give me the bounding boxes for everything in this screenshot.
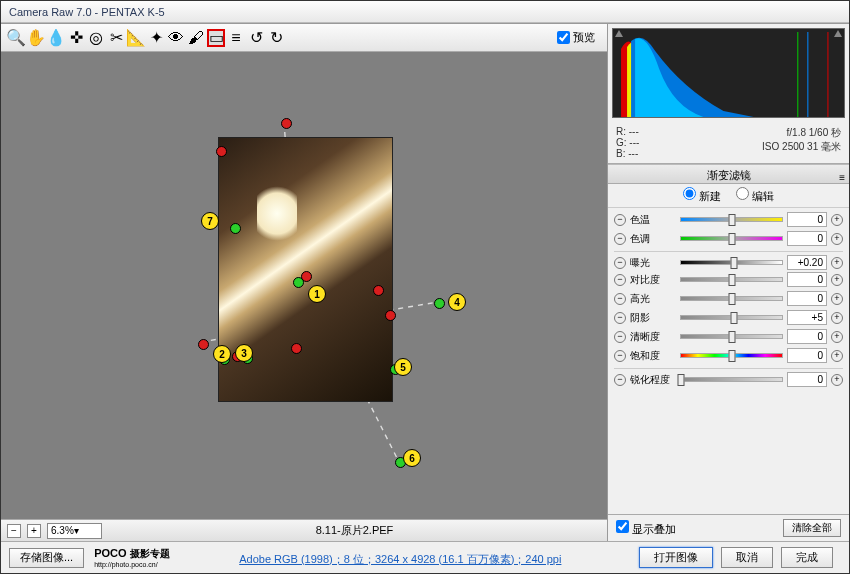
minus-button[interactable]: − — [614, 257, 626, 269]
slider-value[interactable]: 0 — [787, 329, 827, 344]
plus-button[interactable]: + — [831, 374, 843, 386]
minus-button[interactable]: − — [614, 350, 626, 362]
done-button[interactable]: 完成 — [781, 547, 833, 568]
plus-button[interactable]: + — [831, 214, 843, 226]
gradient-pin-green[interactable] — [293, 277, 304, 288]
rotate-ccw-icon[interactable]: ↺ — [247, 29, 265, 47]
radio-edit[interactable]: 编辑 — [736, 190, 774, 202]
zoom-tool-icon[interactable]: 🔍 — [7, 29, 25, 47]
gradient-pin-red[interactable] — [198, 339, 209, 350]
rotate-cw-icon[interactable]: ↻ — [267, 29, 285, 47]
plus-button[interactable]: + — [831, 312, 843, 324]
panel-menu-icon[interactable]: ≡ — [839, 168, 845, 188]
slider-label: 饱和度 — [630, 349, 676, 363]
minus-button[interactable]: − — [614, 374, 626, 386]
slider-value[interactable]: 0 — [787, 372, 827, 387]
zoom-out-button[interactable]: − — [7, 524, 21, 538]
target-adjust-icon[interactable]: ◎ — [87, 29, 105, 47]
slider-thumb[interactable] — [730, 312, 737, 324]
plus-button[interactable]: + — [831, 257, 843, 269]
slider-value[interactable]: 0 — [787, 212, 827, 227]
radio-new[interactable]: 新建 — [683, 190, 721, 202]
window-title: Camera Raw 7.0 - PENTAX K-5 — [9, 6, 165, 18]
minus-button[interactable]: − — [614, 312, 626, 324]
preview-checkbox[interactable]: 预览 — [557, 30, 595, 45]
plus-button[interactable]: + — [831, 293, 843, 305]
gradient-pin-red[interactable] — [385, 310, 396, 321]
slider-thumb[interactable] — [728, 350, 735, 362]
annotation-number: 6 — [403, 449, 421, 467]
gradient-pin-red[interactable] — [373, 285, 384, 296]
slider-曝光: −曝光+0.20+ — [614, 251, 843, 270]
slider-label: 曝光 — [630, 256, 676, 270]
slider-track[interactable] — [680, 296, 783, 301]
save-image-button[interactable]: 存储图像... — [9, 548, 84, 568]
minus-button[interactable]: − — [614, 233, 626, 245]
hand-tool-icon[interactable]: ✋ — [27, 29, 45, 47]
slider-thumb[interactable] — [730, 257, 737, 269]
sliders: −色温0+−色调0+−曝光+0.20+−对比度0+−高光0+−阴影+5+−清晰度… — [608, 208, 849, 514]
canvas[interactable]: 1234567 — [1, 52, 607, 519]
gradient-pin-red[interactable] — [281, 118, 292, 129]
minus-button[interactable]: − — [614, 293, 626, 305]
slider-value[interactable]: +5 — [787, 310, 827, 325]
slider-label: 色调 — [630, 232, 676, 246]
slider-value[interactable]: 0 — [787, 291, 827, 306]
gradient-pin-green[interactable] — [434, 298, 445, 309]
highlight-clip-icon[interactable] — [834, 30, 842, 37]
slider-thumb[interactable] — [728, 293, 735, 305]
slider-thumb[interactable] — [728, 331, 735, 343]
white-balance-icon[interactable]: 💧 — [47, 29, 65, 47]
slider-track[interactable] — [680, 315, 783, 320]
statusbar: − + 6.3% ▾ 8.11-原片2.PEF — [1, 519, 607, 541]
annotation-number: 5 — [394, 358, 412, 376]
adjustment-brush-icon[interactable]: 🖌 — [187, 29, 205, 47]
gradient-pin-green[interactable] — [230, 223, 241, 234]
color-sampler-icon[interactable]: ✜ — [67, 29, 85, 47]
minus-button[interactable]: − — [614, 331, 626, 343]
gradient-pin-red[interactable] — [216, 146, 227, 157]
shadow-clip-icon[interactable] — [615, 30, 623, 37]
open-image-button[interactable]: 打开图像 — [639, 547, 713, 568]
metadata-link[interactable]: Adobe RGB (1998)；8 位；3264 x 4928 (16.1 百… — [239, 553, 561, 565]
gradient-pin-red[interactable] — [291, 343, 302, 354]
slider-thumb[interactable] — [678, 374, 685, 386]
overlay-row: 显示叠加 清除全部 — [608, 514, 849, 541]
plus-button[interactable]: + — [831, 331, 843, 343]
slider-track[interactable] — [680, 236, 783, 241]
slider-value[interactable]: 0 — [787, 348, 827, 363]
minus-button[interactable]: − — [614, 214, 626, 226]
straighten-icon[interactable]: 📐 — [127, 29, 145, 47]
plus-button[interactable]: + — [831, 233, 843, 245]
graduated-filter-icon[interactable]: ▭ — [207, 29, 225, 47]
slider-value[interactable]: +0.20 — [787, 255, 827, 270]
slider-thumb[interactable] — [728, 214, 735, 226]
cancel-button[interactable]: 取消 — [721, 547, 773, 568]
slider-track[interactable] — [680, 277, 783, 282]
annotation-number: 2 — [213, 345, 231, 363]
content: 🔍 ✋ 💧 ✜ ◎ ✂ 📐 ✦ 👁 🖌 ▭ ≡ ↺ ↻ 预览 — [1, 23, 849, 541]
list-icon[interactable]: ≡ — [227, 29, 245, 47]
slider-thumb[interactable] — [728, 274, 735, 286]
slider-value[interactable]: 0 — [787, 272, 827, 287]
slider-track[interactable] — [680, 353, 783, 358]
crop-tool-icon[interactable]: ✂ — [107, 29, 125, 47]
titlebar: Camera Raw 7.0 - PENTAX K-5 — [1, 1, 849, 23]
slider-track[interactable] — [680, 334, 783, 339]
slider-thumb[interactable] — [728, 233, 735, 245]
plus-button[interactable]: + — [831, 350, 843, 362]
slider-track[interactable] — [680, 377, 783, 382]
plus-button[interactable]: + — [831, 274, 843, 286]
slider-清晰度: −清晰度0+ — [614, 327, 843, 346]
redeye-icon[interactable]: 👁 — [167, 29, 185, 47]
slider-track[interactable] — [680, 260, 783, 265]
spot-removal-icon[interactable]: ✦ — [147, 29, 165, 47]
show-overlay-checkbox[interactable]: 显示叠加 — [616, 520, 676, 537]
slider-track[interactable] — [680, 217, 783, 222]
clear-all-button[interactable]: 清除全部 — [783, 519, 841, 537]
minus-button[interactable]: − — [614, 274, 626, 286]
slider-锐化程度: −锐化程度0+ — [614, 368, 843, 387]
slider-value[interactable]: 0 — [787, 231, 827, 246]
zoom-in-button[interactable]: + — [27, 524, 41, 538]
zoom-select[interactable]: 6.3% ▾ — [47, 523, 102, 539]
